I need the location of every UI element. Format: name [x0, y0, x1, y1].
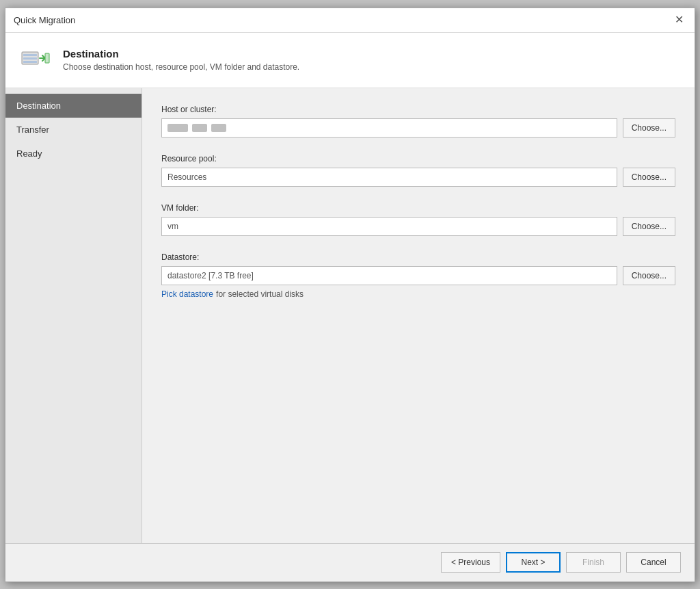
host-cluster-input[interactable]: [161, 118, 617, 138]
host-cluster-row: Choose...: [161, 118, 675, 138]
datastore-row: Choose...: [161, 266, 675, 285]
svg-rect-2: [23, 57, 37, 60]
datastore-choose-button[interactable]: Choose...: [623, 266, 675, 285]
sidebar-item-transfer[interactable]: Transfer: [5, 118, 142, 142]
vm-folder-choose-button[interactable]: Choose...: [623, 217, 675, 236]
migration-svg-icon: [21, 45, 51, 75]
datastore-group: Datastore: Choose... Pick datastore for …: [161, 252, 675, 299]
host-cluster-choose-button[interactable]: Choose...: [623, 118, 675, 138]
content-area: Destination Transfer Ready Host or clust…: [5, 88, 695, 543]
footer: < Previous Next > Finish Cancel: [5, 543, 695, 581]
title-bar: Quick Migration ✕: [5, 8, 695, 33]
finish-button[interactable]: Finish: [566, 552, 621, 573]
header-title: Destination: [63, 48, 299, 60]
host-placeholder-block3: [211, 124, 226, 132]
sidebar-item-destination[interactable]: Destination: [5, 94, 142, 118]
previous-button[interactable]: < Previous: [441, 552, 500, 573]
datastore-label: Datastore:: [161, 252, 675, 262]
close-button[interactable]: ✕: [672, 13, 686, 27]
resource-pool-label: Resource pool:: [161, 154, 675, 163]
header-section: Destination Choose destination host, res…: [5, 33, 695, 88]
migration-icon: [19, 44, 52, 77]
svg-rect-1: [23, 54, 37, 56]
header-text: Destination Choose destination host, res…: [63, 48, 299, 72]
resource-pool-group: Resource pool: Choose...: [161, 154, 675, 187]
pick-datastore-row: Pick datastore for selected virtual disk…: [161, 289, 675, 299]
resource-pool-choose-button[interactable]: Choose...: [623, 168, 675, 187]
quick-migration-dialog: Quick Migration ✕ Destination Choose des…: [5, 8, 695, 582]
host-cluster-group: Host or cluster: Choose...: [161, 105, 675, 138]
sidebar-item-ready[interactable]: Ready: [5, 142, 142, 166]
cancel-button[interactable]: Cancel: [626, 552, 681, 573]
svg-rect-4: [45, 53, 49, 63]
next-button[interactable]: Next >: [506, 552, 561, 573]
svg-rect-3: [23, 61, 37, 63]
host-cluster-label: Host or cluster:: [161, 105, 675, 114]
vm-folder-input[interactable]: [161, 217, 617, 236]
resource-pool-row: Choose...: [161, 168, 675, 187]
host-placeholder-block2: [192, 124, 207, 132]
header-subtitle: Choose destination host, resource pool, …: [63, 62, 299, 72]
sidebar: Destination Transfer Ready: [5, 88, 142, 543]
pick-datastore-link[interactable]: Pick datastore: [161, 289, 213, 299]
vm-folder-group: VM folder: Choose...: [161, 203, 675, 236]
vm-folder-label: VM folder:: [161, 203, 675, 213]
main-content: Host or cluster: Choose... Resource pool…: [142, 88, 695, 543]
vm-folder-row: Choose...: [161, 217, 675, 236]
dialog-title: Quick Migration: [14, 15, 75, 25]
host-placeholder-block1: [167, 124, 188, 132]
resource-pool-input[interactable]: [161, 168, 617, 187]
pick-datastore-suffix: for selected virtual disks: [216, 289, 304, 299]
datastore-input[interactable]: [161, 266, 617, 285]
